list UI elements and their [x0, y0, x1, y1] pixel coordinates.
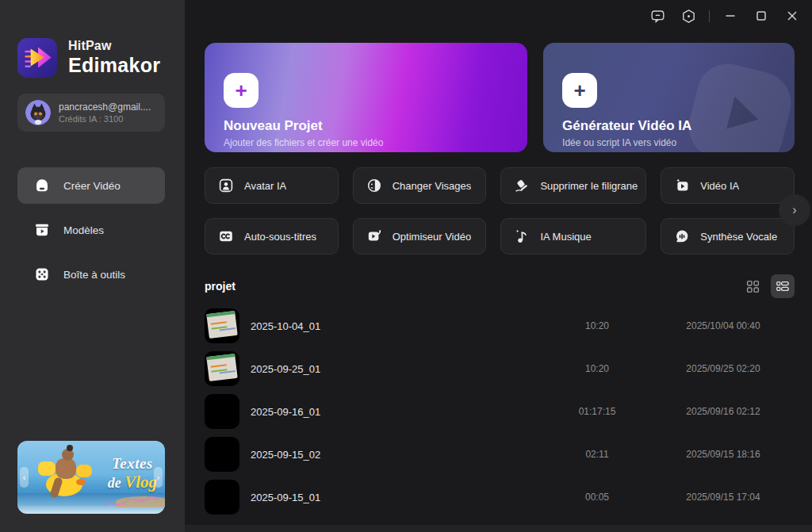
toolbox-icon	[33, 266, 51, 283]
subtitles-icon	[218, 228, 234, 244]
project-modified: 2025/10/04 00:40	[652, 320, 795, 331]
watermark-remove-button[interactable]: Supprimer le filigrane	[500, 167, 646, 204]
sidebar-item-create-video[interactable]: Créer Vidéo	[17, 167, 165, 204]
feature-label: Optimiseur Vidéo	[393, 231, 471, 243]
video-ia-button[interactable]: Vidéo IA	[661, 167, 795, 204]
project-row[interactable]: 2025-10-04_01 10:20 2025/10/04 00:40	[205, 304, 795, 347]
project-name: 2025-09-25_01	[251, 363, 542, 375]
auto-subtitles-button[interactable]: Auto-sous-titres	[205, 218, 339, 255]
close-icon[interactable]	[780, 6, 804, 25]
ia-music-button[interactable]: IA Musique	[500, 218, 646, 255]
user-credits: Crédits IA : 3100	[59, 114, 151, 124]
templates-icon	[33, 221, 51, 239]
project-row[interactable]: 2025-09-25_01 10:20 2025/09/25 02:20	[205, 347, 795, 390]
feedback-icon[interactable]	[645, 6, 669, 25]
promo-duck-beak-art	[76, 479, 86, 485]
promo-float-art	[76, 465, 92, 477]
promo-float-art	[38, 461, 56, 476]
main-content: + Nouveau Projet Ajouter des fichiers et…	[185, 0, 812, 532]
new-project-subtitle: Ajouter des fichiers et créer une vidéo	[224, 137, 508, 148]
voice-synthesis-icon	[674, 228, 690, 244]
list-view-icon[interactable]	[771, 274, 795, 298]
project-row[interactable]: 2025-09-16_01 01:17:15 2025/09/16 02:12	[205, 390, 795, 433]
video-enhance-button[interactable]: Optimiseur Vidéo	[353, 218, 487, 255]
feature-label: Synthèse Vocale	[700, 231, 777, 243]
project-modified: 2025/09/16 02:12	[652, 406, 795, 417]
sidebar-item-toolbox[interactable]: Boîte à outils	[17, 256, 165, 293]
face-swap-button[interactable]: Changer Visages	[353, 167, 487, 204]
feature-label: Auto-sous-titres	[244, 231, 316, 243]
app-window: HitPaw Edimakor pancracesh@gmail.... Cré…	[0, 0, 812, 532]
app-name: Edimakor	[68, 54, 160, 77]
promo-prev-arrow[interactable]: ‹	[20, 467, 29, 488]
projects-title: projet	[205, 280, 236, 293]
project-row[interactable]: 2025-09-15_01 00:05 2025/09/15 17:04	[205, 476, 795, 519]
minimize-icon[interactable]	[718, 6, 742, 25]
promo-squiggle-art	[103, 493, 160, 511]
video-enhance-icon	[366, 228, 382, 244]
new-project-card[interactable]: + Nouveau Projet Ajouter des fichiers et…	[205, 43, 527, 152]
avatar-icon	[218, 178, 234, 193]
titlebar-controls	[645, 6, 804, 25]
feature-label: Changer Visages	[393, 180, 472, 192]
hero-cards: + Nouveau Projet Ajouter des fichiers et…	[205, 43, 795, 152]
promo-caption-prefix: de	[108, 475, 121, 491]
sidebar-item-templates[interactable]: Modèles	[17, 212, 165, 248]
grid-view-icon[interactable]	[741, 274, 764, 298]
projects-header: projet	[205, 274, 795, 298]
ai-video-icon	[674, 178, 690, 193]
plus-icon: +	[224, 73, 259, 108]
project-modified: 2025/09/15 18:16	[652, 449, 795, 460]
promo-caption-line2: de Vlog	[108, 473, 157, 492]
list-bottom-edge	[185, 525, 812, 532]
titlebar-divider	[709, 10, 710, 22]
project-modified: 2025/09/15 17:04	[652, 492, 795, 503]
project-name: 2025-09-16_01	[251, 406, 542, 418]
feature-label: Vidéo IA	[700, 180, 739, 192]
user-avatar	[25, 100, 51, 125]
promo-caption: Textes de Vlog	[108, 455, 157, 492]
project-duration: 01:17:15	[553, 406, 641, 417]
maximize-icon[interactable]	[749, 6, 773, 25]
brand-line: HitPaw	[68, 39, 160, 53]
promo-caption-accent: Vlog	[124, 473, 157, 492]
user-email: pancracesh@gmail....	[59, 101, 151, 113]
sidebar-item-label: Créer Vidéo	[63, 180, 121, 192]
create-video-icon	[33, 177, 51, 194]
project-row[interactable]: 2025-09-15_02 02:11 2025/09/15 18:16	[205, 433, 795, 476]
project-name: 2025-10-04_01	[251, 320, 542, 332]
feature-shortcuts: Avatar IA Changer Visages	[205, 167, 795, 255]
plus-icon: +	[562, 73, 597, 108]
project-duration: 00:05	[553, 492, 641, 503]
project-modified: 2025/09/25 02:20	[652, 363, 795, 374]
project-thumbnail	[205, 308, 239, 343]
promo-child-art	[56, 458, 76, 479]
watermark-remove-icon	[514, 178, 530, 193]
project-duration: 10:20	[553, 320, 641, 331]
project-name: 2025-09-15_02	[251, 449, 542, 461]
project-duration: 10:20	[553, 363, 641, 374]
feature-label: Avatar IA	[244, 180, 286, 192]
project-name: 2025-09-15_01	[251, 492, 542, 503]
voice-synthesis-button[interactable]: Synthèse Vocale	[661, 218, 795, 255]
sidebar-nav: Créer Vidéo Modèles B	[17, 167, 165, 300]
project-duration: 02:11	[553, 449, 641, 460]
sidebar-item-label: Modèles	[63, 224, 104, 236]
feature-label: IA Musique	[540, 231, 591, 243]
project-thumbnail	[205, 480, 239, 515]
chevron-right-icon: ›	[792, 203, 796, 217]
projects-section: projet	[205, 274, 795, 519]
promo-next-arrow[interactable]: ›	[154, 467, 163, 488]
app-logo: HitPaw Edimakor	[17, 38, 160, 78]
user-info: pancracesh@gmail.... Crédits IA : 3100	[59, 101, 151, 124]
promo-banner[interactable]: Textes de Vlog ‹ ›	[17, 441, 165, 514]
project-thumbnail	[205, 351, 239, 386]
features-next-chevron[interactable]: ›	[779, 194, 810, 226]
sidebar: HitPaw Edimakor pancracesh@gmail.... Cré…	[0, 0, 185, 532]
settings-hexagon-icon[interactable]	[676, 6, 700, 25]
play-watermark-icon	[668, 43, 795, 152]
user-account-card[interactable]: pancracesh@gmail.... Crédits IA : 3100	[17, 94, 165, 132]
avatar-ia-button[interactable]: Avatar IA	[205, 167, 339, 204]
project-list: 2025-10-04_01 10:20 2025/10/04 00:40 202…	[205, 304, 795, 519]
ai-video-generator-card[interactable]: + Générateur Vidéo IA Idée ou script IA …	[543, 43, 795, 152]
